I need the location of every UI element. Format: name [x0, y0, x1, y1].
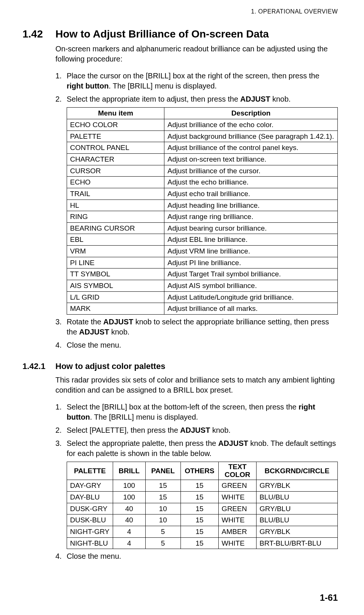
page-number: 1-61	[320, 592, 338, 604]
table-cell: MARK	[67, 303, 164, 315]
table-cell: VRM	[67, 246, 164, 257]
table-cell: AMBER	[218, 526, 256, 537]
table-row: NIGHT-GRY4515AMBERGRY/BLK	[67, 526, 338, 537]
section-heading: 1.42 How to Adjust Brilliance of On-scre…	[22, 27, 338, 41]
table-cell: CURSOR	[67, 165, 164, 177]
table-cell: WHITE	[218, 537, 256, 549]
list-text: Close the menu.	[67, 551, 338, 561]
table-cell: Adjust brilliance of all marks.	[164, 303, 338, 315]
table-cell: BLU/BLU	[257, 491, 338, 503]
list-text: Select the appropriate palette, then pre…	[67, 438, 338, 459]
table-cell: TRAIL	[67, 188, 164, 200]
list-marker: 1.	[55, 71, 67, 91]
table-row: TT SYMBOLAdjust Target Trail symbol bril…	[67, 268, 338, 280]
table-cell: 5	[145, 526, 181, 537]
list-text: Rotate the ADJUST knob to select the app…	[67, 317, 338, 337]
table-cell: ECHO	[67, 177, 164, 188]
list-text: Select [PALETTE], then press the ADJUST …	[67, 425, 338, 435]
table-cell: Adjust brilliance of the echo color.	[164, 119, 338, 131]
table-header: OTHERS	[181, 462, 218, 480]
palette-table: PALETTE BRILL PANEL OTHERS TEXT COLOR BC…	[67, 462, 338, 549]
list-marker: 2.	[55, 94, 67, 104]
table-cell: Adjust bearing cursor brilliance.	[164, 222, 338, 234]
table-row: ECHO COLORAdjust brilliance of the echo …	[67, 119, 338, 131]
table-row: AIS SYMBOLAdjust AIS symbol brilliance.	[67, 280, 338, 292]
table-cell: DAY-BLU	[67, 491, 113, 503]
table-cell: PI LINE	[67, 257, 164, 268]
text: knob.	[270, 95, 291, 103]
table-cell: GRY/BLK	[257, 526, 338, 537]
list-marker: 4.	[55, 340, 67, 350]
table-row: RINGAdjust range ring brilliance.	[67, 211, 338, 223]
table-cell: Adjust VRM line brilliance.	[164, 246, 338, 257]
table-cell: GRY/BLK	[257, 480, 338, 492]
table-header: Description	[164, 108, 338, 119]
text: Rotate the	[67, 318, 103, 326]
list-item: 4. Close the menu.	[55, 340, 338, 350]
text: Select the appropriate item to adjust, t…	[67, 95, 240, 103]
table-cell: L/L GRID	[67, 291, 164, 303]
section-body: On-screen markers and alphanumeric reado…	[55, 44, 338, 350]
table-cell: CONTROL PANEL	[67, 142, 164, 154]
table-cell: Adjust brilliance of the cursor.	[164, 165, 338, 177]
table-cell: NIGHT-BLU	[67, 537, 113, 549]
list-text: Close the menu.	[67, 340, 338, 350]
table-row: VRMAdjust VRM line brilliance.	[67, 246, 338, 257]
text: COLOR	[225, 471, 251, 478]
table-row: L/L GRIDAdjust Latitude/Longitude grid b…	[67, 291, 338, 303]
table-cell: 10	[145, 514, 181, 526]
table-cell: Adjust the echo brilliance.	[164, 177, 338, 188]
table-cell: DAY-GRY	[67, 480, 113, 492]
table-row: PI LINEAdjust PI line brilliance.	[67, 257, 338, 268]
palette-table-wrapper: PALETTE BRILL PANEL OTHERS TEXT COLOR BC…	[67, 462, 338, 549]
list-item: 3. Rotate the ADJUST knob to select the …	[55, 317, 338, 337]
table-row: DAY-BLU1001515WHITEBLU/BLU	[67, 491, 338, 503]
section-intro: On-screen markers and alphanumeric reado…	[55, 44, 338, 64]
text: Select the appropriate palette, then pre…	[67, 439, 218, 447]
table-cell: WHITE	[218, 491, 256, 503]
table-cell: 15	[181, 537, 218, 549]
list-item: 2. Select the appropriate item to adjust…	[55, 94, 338, 104]
table-cell: Adjust echo trail brilliance.	[164, 188, 338, 200]
text: . The [BRILL] menu is displayed.	[109, 82, 217, 90]
table-header: BRILL	[113, 462, 145, 480]
table-cell: 4	[113, 537, 145, 549]
table-cell: 100	[113, 491, 145, 503]
table-cell: 4	[113, 526, 145, 537]
table-row: BEARING CURSORAdjust bearing cursor bril…	[67, 222, 338, 234]
table-header: Menu item	[67, 108, 164, 119]
table-row: CONTROL PANELAdjust brilliance of the co…	[67, 142, 338, 154]
table-cell: GRY/BLU	[257, 503, 338, 514]
table-cell: 10	[145, 503, 181, 514]
text: Select the [BRILL] box at the bottom-lef…	[67, 403, 298, 411]
table-cell: Adjust EBL line brilliance.	[164, 234, 338, 246]
list-item: 1. Select the [BRILL] box at the bottom-…	[55, 402, 338, 422]
table-cell: 100	[113, 480, 145, 492]
subsection-heading: 1.42.1 How to adjust color palettes	[22, 361, 338, 372]
text: knob.	[109, 328, 129, 336]
table-row: CURSORAdjust brilliance of the cursor.	[67, 165, 338, 177]
text: Select [PALETTE], then press the	[67, 426, 180, 434]
subsection-title: How to adjust color palettes	[55, 361, 165, 372]
table-cell: TT SYMBOL	[67, 268, 164, 280]
section-title: How to Adjust Brilliance of On-screen Da…	[55, 27, 269, 41]
table-cell: 15	[181, 514, 218, 526]
table-cell: Adjust Target Trail symbol brilliance.	[164, 268, 338, 280]
list-item: 2. Select [PALETTE], then press the ADJU…	[55, 425, 338, 435]
table-cell: GREEN	[218, 503, 256, 514]
text: . The [BRILL] menu is displayed.	[90, 413, 198, 421]
table-cell: DUSK-BLU	[67, 514, 113, 526]
table-cell: AIS SYMBOL	[67, 280, 164, 292]
table-cell: 40	[113, 503, 145, 514]
table-row: CHARACTERAdjust on-screen text brillianc…	[67, 153, 338, 165]
list-text: Select the [BRILL] box at the bottom-lef…	[67, 402, 338, 422]
table-cell: Adjust range ring brilliance.	[164, 211, 338, 223]
table-cell: Adjust heading line brilliance.	[164, 200, 338, 211]
bold-text: ADJUST	[218, 439, 248, 447]
table-row: DUSK-BLU401015WHITEBLU/BLU	[67, 514, 338, 526]
table-row: HLAdjust heading line brilliance.	[67, 200, 338, 211]
table-cell: BRT-BLU/BRT-BLU	[257, 537, 338, 549]
list-item: 3. Select the appropriate palette, then …	[55, 438, 338, 459]
table-row: DUSK-GRY401015GREENGRY/BLU	[67, 503, 338, 514]
list-marker: 3.	[55, 317, 67, 337]
